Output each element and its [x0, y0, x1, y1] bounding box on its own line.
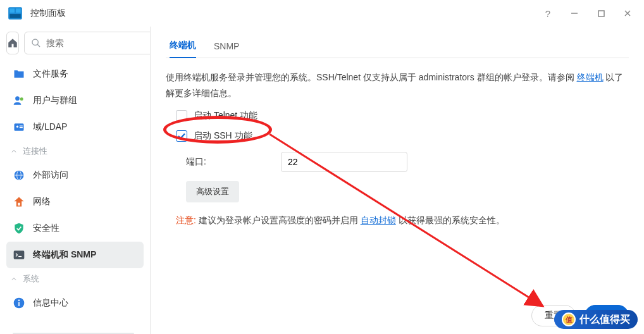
sidebar-item-network[interactable]: 网络 [6, 189, 144, 215]
svg-rect-24 [18, 302, 20, 306]
sidebar: 文件服务 用户与群组 域/LDAP 连接性 外部访问 网络 安全性 终端机和 [0, 27, 151, 334]
sidebar-item-label: 网络 [33, 196, 51, 207]
tab-snmp[interactable]: SNMP [214, 41, 239, 58]
svg-rect-2 [16, 8, 21, 13]
shield-icon [13, 222, 25, 235]
window-title: 控制面板 [30, 8, 66, 19]
svg-point-11 [20, 97, 23, 101]
svg-point-10 [15, 96, 20, 101]
folder-share-icon [13, 68, 25, 80]
sidebar-group-system[interactable]: 系统 [6, 268, 144, 290]
chevron-up-icon [10, 275, 18, 283]
ssh-port-row: 端口: [166, 152, 629, 172]
network-icon [13, 195, 25, 208]
titlebar: 控制面板 ? [0, 0, 644, 27]
sidebar-item-terminal-snmp[interactable]: 终端机和 SNMP [6, 242, 144, 268]
svg-line-9 [37, 44, 40, 47]
svg-rect-5 [598, 11, 604, 16]
svg-rect-1 [9, 8, 15, 13]
svg-rect-19 [18, 203, 20, 206]
ssh-label: 启动 SSH 功能 [194, 130, 252, 142]
apply-button[interactable]: 应用 [585, 305, 629, 326]
search-field[interactable] [24, 32, 151, 54]
ssh-checkbox[interactable] [176, 130, 187, 142]
sidebar-item-label: 安全性 [33, 223, 59, 234]
svg-point-8 [32, 39, 38, 45]
telnet-checkbox-row: 启动 Telnet 功能 [166, 110, 629, 121]
svg-rect-3 [9, 14, 20, 18]
chevron-up-icon [10, 147, 18, 155]
port-label: 端口: [186, 156, 268, 168]
sidebar-item-label: 用户与群组 [33, 95, 77, 106]
sidebar-group-connectivity[interactable]: 连接性 [6, 140, 144, 162]
advanced-settings-button[interactable]: 高级设置 [186, 181, 239, 202]
sidebar-item-info-center[interactable]: 信息中心 [6, 290, 144, 316]
minimize-button[interactable] [564, 3, 585, 23]
svg-rect-15 [20, 127, 23, 128]
ssh-port-input[interactable] [281, 152, 407, 172]
svg-rect-14 [20, 126, 23, 127]
description-text: 使用终端机服务登录并管理您的系统。SSH/Telnet 仅支持从属于 admin… [166, 70, 629, 101]
content-pane: 终端机 SNMP 使用终端机服务登录并管理您的系统。SSH/Telnet 仅支持… [151, 27, 644, 334]
auto-block-link[interactable]: 自动封锁 [361, 215, 396, 225]
help-button[interactable]: ? [538, 3, 558, 23]
note-text: 注意: 建议为登录帐户设置高强度的密码并启用 自动封锁 以获得最强的系统安全性。 [166, 215, 629, 226]
tab-terminal[interactable]: 终端机 [170, 40, 196, 58]
terminal-help-link[interactable]: 终端机 [577, 72, 604, 82]
sidebar-item-label: 终端机和 SNMP [33, 249, 96, 261]
svg-point-23 [18, 300, 20, 302]
sidebar-item-label: 外部访问 [33, 170, 68, 181]
reset-button[interactable]: 重置 [531, 305, 576, 326]
sidebar-item-label: 域/LDAP [33, 121, 67, 133]
telnet-checkbox[interactable] [176, 110, 187, 121]
svg-point-13 [16, 126, 18, 128]
search-input[interactable] [46, 38, 151, 48]
ssh-checkbox-row: 启动 SSH 功能 [166, 130, 629, 142]
close-button[interactable] [617, 3, 638, 23]
telnet-label: 启动 Telnet 功能 [194, 110, 257, 121]
tabs: 终端机 SNMP [166, 33, 629, 58]
sidebar-item-label: 文件服务 [33, 68, 68, 80]
sidebar-item-domain-ldap[interactable]: 域/LDAP [6, 114, 144, 140]
info-icon [13, 297, 25, 309]
sidebar-item-file-services[interactable]: 文件服务 [6, 61, 144, 87]
sidebar-item-users-groups[interactable]: 用户与群组 [6, 87, 144, 114]
svg-rect-20 [14, 250, 25, 259]
app-icon [6, 4, 24, 22]
footer-buttons: 重置 应用 [531, 305, 629, 326]
id-card-icon [13, 121, 25, 133]
terminal-icon [13, 249, 25, 261]
maximize-button[interactable] [591, 3, 611, 23]
search-icon [31, 38, 41, 48]
globe-icon [13, 169, 25, 182]
home-button[interactable] [6, 32, 19, 54]
sidebar-item-label: 信息中心 [33, 297, 68, 309]
sidebar-item-external-access[interactable]: 外部访问 [6, 162, 144, 189]
users-icon [13, 94, 25, 107]
sidebar-item-security[interactable]: 安全性 [6, 215, 144, 242]
